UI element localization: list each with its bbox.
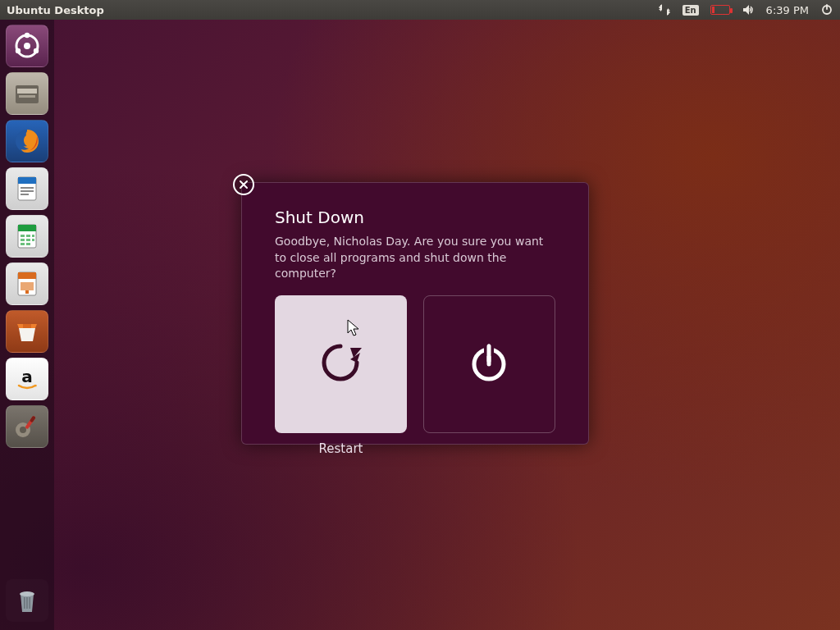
launcher-firefox[interactable]: [6, 120, 48, 162]
svg-point-4: [34, 48, 39, 53]
shutdown-label: [423, 441, 555, 456]
svg-rect-17: [21, 235, 25, 237]
svg-rect-22: [32, 239, 34, 241]
svg-point-2: [25, 33, 30, 38]
dialog-title: Shut Down: [242, 183, 588, 234]
svg-rect-28: [25, 290, 29, 294]
svg-rect-27: [21, 282, 34, 290]
indicator-area: En 6:39 PM: [658, 3, 833, 16]
keyboard-indicator[interactable]: En: [682, 5, 699, 16]
sound-icon[interactable]: [742, 3, 755, 16]
svg-rect-11: [18, 177, 36, 184]
dialog-message: Goodbye, Nicholas Day. Are you sure you …: [242, 234, 588, 295]
svg-rect-6: [16, 85, 39, 103]
svg-rect-29: [23, 324, 31, 328]
launcher-writer[interactable]: [6, 167, 48, 210]
svg-rect-12: [21, 187, 34, 189]
launcher: a: [0, 20, 54, 630]
svg-rect-13: [21, 190, 34, 192]
svg-text:a: a: [21, 367, 33, 386]
svg-rect-19: [32, 235, 34, 237]
restart-button[interactable]: [275, 295, 407, 433]
svg-rect-23: [21, 243, 25, 245]
desktop[interactable]: Ubuntu Desktop En 6:39 PM: [0, 0, 840, 630]
restart-label: Restart: [275, 441, 407, 456]
svg-rect-26: [18, 272, 36, 279]
clock[interactable]: 6:39 PM: [766, 4, 809, 16]
svg-point-5: [24, 43, 30, 49]
restart-icon: [314, 336, 367, 392]
svg-rect-24: [26, 243, 30, 245]
svg-rect-7: [17, 89, 37, 94]
svg-rect-18: [26, 235, 30, 237]
launcher-software[interactable]: [6, 310, 48, 353]
svg-point-32: [20, 427, 26, 433]
app-title: Ubuntu Desktop: [7, 4, 104, 16]
launcher-dash[interactable]: [6, 25, 48, 67]
launcher-trash[interactable]: [6, 579, 48, 622]
close-button[interactable]: [233, 174, 254, 195]
launcher-settings[interactable]: [6, 405, 48, 448]
network-icon[interactable]: [658, 3, 671, 16]
svg-rect-14: [21, 194, 29, 195]
svg-point-3: [16, 48, 21, 53]
svg-point-35: [20, 591, 34, 596]
svg-rect-16: [18, 225, 36, 231]
shutdown-button[interactable]: [423, 295, 555, 433]
svg-rect-8: [19, 95, 35, 98]
power-icon: [463, 336, 515, 392]
session-icon[interactable]: [820, 3, 833, 16]
shutdown-dialog: Shut Down Goodbye, Nicholas Day. Are you…: [241, 182, 589, 445]
svg-rect-36: [24, 597, 25, 609]
launcher-files[interactable]: [6, 72, 48, 115]
launcher-amazon[interactable]: a: [6, 358, 48, 400]
svg-rect-21: [26, 239, 30, 241]
launcher-impress[interactable]: [6, 262, 48, 305]
svg-rect-38: [30, 597, 31, 609]
svg-rect-37: [26, 597, 28, 609]
svg-rect-20: [21, 239, 25, 241]
launcher-calc[interactable]: [6, 215, 48, 258]
menubar: Ubuntu Desktop En 6:39 PM: [0, 0, 840, 20]
battery-icon[interactable]: [710, 5, 730, 15]
